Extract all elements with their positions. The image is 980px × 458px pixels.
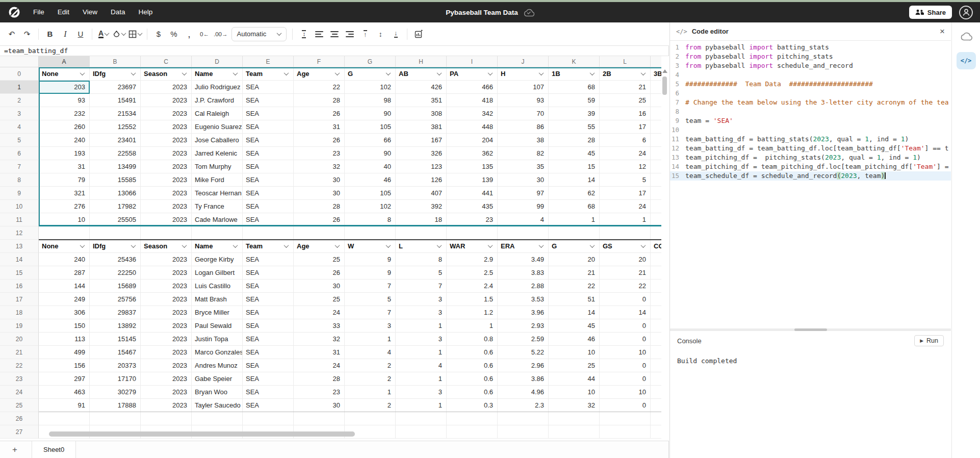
cell[interactable]: SEA xyxy=(243,134,294,147)
chevron-down-icon[interactable] xyxy=(641,243,646,248)
cell[interactable]: 23 xyxy=(447,213,498,226)
cell[interactable]: SEA xyxy=(243,319,294,333)
cell[interactable]: 2.93 xyxy=(498,319,549,333)
cell[interactable] xyxy=(651,319,669,333)
cell[interactable]: 249 xyxy=(39,293,90,306)
cell[interactable] xyxy=(90,226,141,240)
cell[interactable]: Andres Munoz xyxy=(192,359,243,372)
cell[interactable]: Eugenio Suarez xyxy=(192,120,243,134)
document-title[interactable]: Pybaseball Team Data xyxy=(446,9,518,16)
table-header-cell[interactable]: Name xyxy=(192,67,243,81)
undo-icon[interactable]: ↶ xyxy=(4,27,19,42)
cell[interactable]: 2023 xyxy=(141,279,192,293)
cell[interactable]: 68 xyxy=(549,81,600,94)
cell[interactable]: 1 xyxy=(549,213,600,226)
cell[interactable]: Tayler Saucedo xyxy=(192,399,243,412)
column-header-F[interactable]: F xyxy=(294,56,345,67)
cell[interactable]: 435 xyxy=(447,200,498,213)
cell[interactable] xyxy=(141,412,192,425)
cell[interactable]: 2023 xyxy=(141,346,192,359)
cell[interactable]: 17 xyxy=(600,187,651,200)
row-header-11[interactable]: 11 xyxy=(0,213,39,226)
cell[interactable]: Tom Murphy xyxy=(192,160,243,173)
cell[interactable] xyxy=(447,425,498,439)
chevron-down-icon[interactable] xyxy=(539,243,544,248)
column-header-C[interactable]: C xyxy=(141,56,192,67)
cell[interactable]: 24 xyxy=(600,200,651,213)
cell[interactable]: 2 xyxy=(345,372,396,386)
cell[interactable]: 25756 xyxy=(90,293,141,306)
cell[interactable]: 7 xyxy=(345,279,396,293)
cell[interactable]: 62 xyxy=(549,187,600,200)
cell[interactable]: 240 xyxy=(39,253,90,266)
cell[interactable] xyxy=(651,226,669,240)
cell[interactable] xyxy=(651,187,669,200)
table-header-cell[interactable]: AB xyxy=(396,67,447,81)
chevron-down-icon[interactable] xyxy=(590,243,595,248)
cell[interactable]: 97 xyxy=(498,187,549,200)
cell[interactable]: 45 xyxy=(549,319,600,333)
cell[interactable]: 2023 xyxy=(141,372,192,386)
row-header-22[interactable]: 22 xyxy=(0,359,39,372)
cell[interactable]: 21 xyxy=(549,266,600,279)
cell[interactable]: 15689 xyxy=(90,279,141,293)
cell[interactable]: 342 xyxy=(447,107,498,120)
cell[interactable]: 102 xyxy=(345,200,396,213)
cell[interactable]: 139 xyxy=(447,173,498,187)
cell[interactable]: 1.5 xyxy=(447,293,498,306)
decrease-decimals-button[interactable]: 0← xyxy=(197,27,212,42)
row-header-3[interactable]: 3 xyxy=(0,107,39,120)
cell[interactable]: 6 xyxy=(600,134,651,147)
cell[interactable] xyxy=(243,226,294,240)
cell[interactable]: 2023 xyxy=(141,319,192,333)
cell[interactable]: 25436 xyxy=(90,253,141,266)
row-header-13[interactable]: 13 xyxy=(0,240,39,253)
row-header-25[interactable]: 25 xyxy=(0,399,39,412)
row-header-1[interactable]: 1 xyxy=(0,81,39,94)
cell[interactable]: 51 xyxy=(549,293,600,306)
cell[interactable]: 15491 xyxy=(90,94,141,107)
cell[interactable]: 2023 xyxy=(141,107,192,120)
cell[interactable]: 2023 xyxy=(141,200,192,213)
cell[interactable] xyxy=(396,226,447,240)
cell[interactable]: 126 xyxy=(396,173,447,187)
menu-help[interactable]: Help xyxy=(132,2,160,22)
cell[interactable] xyxy=(651,120,669,134)
cell[interactable]: Luis Castillo xyxy=(192,279,243,293)
code-line-9[interactable]: 9team = 'SEA' xyxy=(670,116,951,125)
cell[interactable]: 86 xyxy=(498,120,549,134)
cell[interactable]: 30 xyxy=(294,187,345,200)
cell[interactable]: 321 xyxy=(39,187,90,200)
cell[interactable] xyxy=(192,226,243,240)
menu-file[interactable]: File xyxy=(27,2,51,22)
cell[interactable] xyxy=(651,94,669,107)
cell[interactable]: 1 xyxy=(345,333,396,346)
cell[interactable] xyxy=(651,134,669,147)
cell[interactable] xyxy=(549,226,600,240)
code-line-10[interactable]: 10 xyxy=(670,125,951,135)
cell[interactable]: 14 xyxy=(549,306,600,319)
cell[interactable]: 0 xyxy=(600,293,651,306)
cell[interactable] xyxy=(396,425,447,439)
cell[interactable]: 2.9 xyxy=(447,253,498,266)
user-avatar[interactable] xyxy=(959,6,973,19)
cell[interactable]: 13892 xyxy=(90,319,141,333)
cell[interactable]: 32 xyxy=(294,160,345,173)
insert-chart-button[interactable] xyxy=(411,27,426,42)
comma-format-button[interactable]: , xyxy=(182,27,197,42)
cell[interactable]: 3.96 xyxy=(498,306,549,319)
cell[interactable]: 24 xyxy=(294,306,345,319)
align-center-button[interactable] xyxy=(327,27,342,42)
code-line-15[interactable]: 15team_schedule_df = schedule_and_record… xyxy=(670,171,951,181)
row-header-19[interactable]: 19 xyxy=(0,319,39,333)
cell[interactable]: 1 xyxy=(396,372,447,386)
cell[interactable] xyxy=(141,226,192,240)
cell[interactable]: 0.6 xyxy=(447,359,498,372)
cell[interactable]: 3 xyxy=(396,306,447,319)
cell[interactable]: Cade Marlowe xyxy=(192,213,243,226)
column-header-B[interactable]: B xyxy=(90,56,141,67)
cell[interactable]: SEA xyxy=(243,266,294,279)
cell[interactable]: 0 xyxy=(600,333,651,346)
cell[interactable]: 1.2 xyxy=(447,306,498,319)
cell[interactable] xyxy=(651,160,669,173)
